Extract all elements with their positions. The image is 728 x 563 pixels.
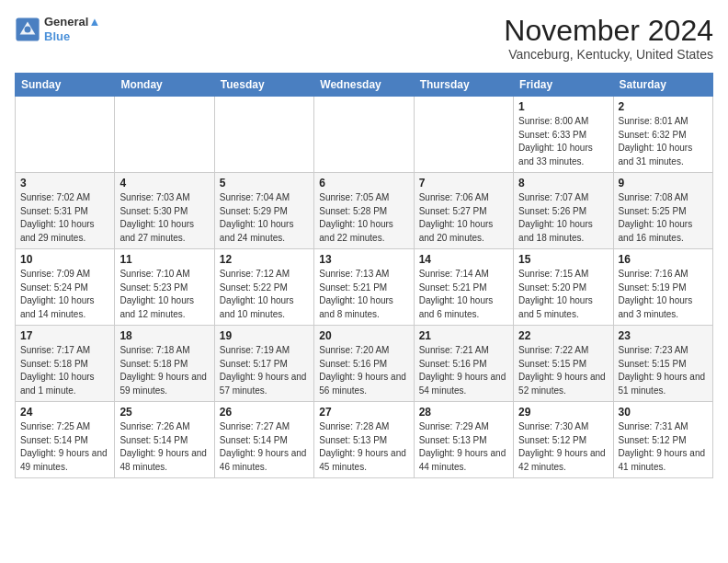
day-number: 1 (518, 100, 608, 113)
day-info: Sunrise: 7:29 AM Sunset: 5:13 PM Dayligh… (419, 420, 508, 474)
calendar-cell: 11Sunrise: 7:10 AM Sunset: 5:23 PM Dayli… (115, 249, 214, 326)
calendar-cell: 15Sunrise: 7:15 AM Sunset: 5:20 PM Dayli… (514, 249, 613, 326)
calendar-cell: 25Sunrise: 7:26 AM Sunset: 5:14 PM Dayli… (115, 402, 214, 478)
day-of-week-header: Thursday (414, 74, 513, 97)
calendar-cell: 6Sunrise: 7:05 AM Sunset: 5:28 PM Daylig… (314, 173, 414, 249)
title-block: November 2024 Vanceburg, Kentucky, Unite… (504, 15, 713, 62)
day-info: Sunrise: 7:21 AM Sunset: 5:16 PM Dayligh… (419, 344, 508, 397)
calendar-cell: 16Sunrise: 7:16 AM Sunset: 5:19 PM Dayli… (613, 249, 712, 326)
calendar-cell: 27Sunrise: 7:28 AM Sunset: 5:13 PM Dayli… (314, 402, 414, 478)
day-info: Sunrise: 7:05 AM Sunset: 5:28 PM Dayligh… (319, 191, 408, 245)
calendar-cell: 10Sunrise: 7:09 AM Sunset: 5:24 PM Dayli… (16, 249, 115, 326)
calendar-cell: 12Sunrise: 7:12 AM Sunset: 5:22 PM Dayli… (214, 249, 313, 326)
day-info: Sunrise: 7:03 AM Sunset: 5:30 PM Dayligh… (119, 191, 209, 245)
day-info: Sunrise: 7:17 AM Sunset: 5:18 PM Dayligh… (20, 344, 109, 397)
day-of-week-header: Monday (115, 74, 214, 97)
day-number: 3 (20, 177, 109, 190)
day-info: Sunrise: 7:02 AM Sunset: 5:31 PM Dayligh… (20, 191, 109, 245)
day-number: 10 (20, 253, 109, 266)
day-of-week-header: Tuesday (214, 74, 313, 97)
calendar-cell: 29Sunrise: 7:30 AM Sunset: 5:12 PM Dayli… (514, 402, 613, 478)
calendar-cell (414, 97, 513, 173)
day-number: 12 (220, 253, 309, 266)
calendar-cell: 26Sunrise: 7:27 AM Sunset: 5:14 PM Dayli… (214, 402, 313, 478)
day-info: Sunrise: 7:23 AM Sunset: 5:15 PM Dayligh… (619, 344, 708, 397)
day-number: 28 (419, 406, 508, 419)
calendar-cell: 3Sunrise: 7:02 AM Sunset: 5:31 PM Daylig… (16, 173, 115, 249)
calendar-cell (16, 97, 115, 173)
day-number: 19 (220, 329, 309, 342)
month-title: November 2024 (504, 15, 713, 47)
day-number: 7 (419, 177, 508, 190)
day-info: Sunrise: 7:04 AM Sunset: 5:29 PM Dayligh… (220, 191, 309, 245)
page-header: General▲ Blue November 2024 Vanceburg, K… (15, 15, 713, 62)
day-number: 24 (20, 406, 109, 419)
day-info: Sunrise: 7:30 AM Sunset: 5:12 PM Dayligh… (518, 420, 608, 474)
calendar-cell: 24Sunrise: 7:25 AM Sunset: 5:14 PM Dayli… (16, 402, 115, 478)
calendar-week-row: 1Sunrise: 8:00 AM Sunset: 6:33 PM Daylig… (16, 97, 713, 173)
day-info: Sunrise: 7:27 AM Sunset: 5:14 PM Dayligh… (220, 420, 309, 474)
day-info: Sunrise: 7:26 AM Sunset: 5:14 PM Dayligh… (119, 420, 209, 474)
calendar-week-row: 10Sunrise: 7:09 AM Sunset: 5:24 PM Dayli… (16, 249, 713, 326)
day-info: Sunrise: 7:06 AM Sunset: 5:27 PM Dayligh… (419, 191, 508, 245)
day-number: 8 (518, 177, 608, 190)
day-info: Sunrise: 8:00 AM Sunset: 6:33 PM Dayligh… (518, 115, 608, 168)
calendar-header-row: SundayMondayTuesdayWednesdayThursdayFrid… (16, 74, 713, 97)
calendar-cell: 22Sunrise: 7:22 AM Sunset: 5:15 PM Dayli… (514, 326, 613, 402)
day-of-week-header: Sunday (16, 74, 115, 97)
day-info: Sunrise: 7:07 AM Sunset: 5:26 PM Dayligh… (518, 191, 608, 245)
calendar-cell: 8Sunrise: 7:07 AM Sunset: 5:26 PM Daylig… (514, 173, 613, 249)
day-info: Sunrise: 7:10 AM Sunset: 5:23 PM Dayligh… (119, 268, 209, 321)
logo-icon (15, 17, 40, 42)
day-number: 5 (220, 177, 309, 190)
day-info: Sunrise: 7:13 AM Sunset: 5:21 PM Dayligh… (319, 268, 408, 321)
day-info: Sunrise: 7:25 AM Sunset: 5:14 PM Dayligh… (20, 420, 109, 474)
day-info: Sunrise: 7:15 AM Sunset: 5:20 PM Dayligh… (518, 268, 608, 321)
calendar-table: SundayMondayTuesdayWednesdayThursdayFrid… (15, 73, 713, 478)
calendar-cell: 21Sunrise: 7:21 AM Sunset: 5:16 PM Dayli… (414, 326, 513, 402)
day-info: Sunrise: 7:14 AM Sunset: 5:21 PM Dayligh… (419, 268, 508, 321)
day-number: 23 (619, 329, 708, 342)
day-number: 22 (518, 329, 608, 342)
day-number: 20 (319, 329, 408, 342)
day-number: 14 (419, 253, 508, 266)
day-number: 15 (518, 253, 608, 266)
day-of-week-header: Wednesday (314, 74, 414, 97)
day-info: Sunrise: 7:09 AM Sunset: 5:24 PM Dayligh… (20, 268, 109, 321)
svg-point-2 (25, 26, 31, 32)
calendar-cell (314, 97, 414, 173)
day-number: 26 (220, 406, 309, 419)
location: Vanceburg, Kentucky, United States (504, 47, 713, 62)
calendar-cell: 19Sunrise: 7:19 AM Sunset: 5:17 PM Dayli… (214, 326, 313, 402)
calendar-cell: 5Sunrise: 7:04 AM Sunset: 5:29 PM Daylig… (214, 173, 313, 249)
calendar-cell: 14Sunrise: 7:14 AM Sunset: 5:21 PM Dayli… (414, 249, 513, 326)
calendar-cell: 13Sunrise: 7:13 AM Sunset: 5:21 PM Dayli… (314, 249, 414, 326)
day-number: 11 (119, 253, 209, 266)
day-number: 9 (619, 177, 708, 190)
calendar-cell: 4Sunrise: 7:03 AM Sunset: 5:30 PM Daylig… (115, 173, 214, 249)
calendar-week-row: 3Sunrise: 7:02 AM Sunset: 5:31 PM Daylig… (16, 173, 713, 249)
calendar-cell: 30Sunrise: 7:31 AM Sunset: 5:12 PM Dayli… (613, 402, 712, 478)
calendar-cell: 23Sunrise: 7:23 AM Sunset: 5:15 PM Dayli… (613, 326, 712, 402)
day-info: Sunrise: 7:18 AM Sunset: 5:18 PM Dayligh… (119, 344, 209, 397)
day-number: 21 (419, 329, 508, 342)
calendar-cell: 7Sunrise: 7:06 AM Sunset: 5:27 PM Daylig… (414, 173, 513, 249)
calendar-cell (115, 97, 214, 173)
day-of-week-header: Saturday (613, 74, 712, 97)
day-info: Sunrise: 7:08 AM Sunset: 5:25 PM Dayligh… (619, 191, 708, 245)
calendar-week-row: 17Sunrise: 7:17 AM Sunset: 5:18 PM Dayli… (16, 326, 713, 402)
day-number: 27 (319, 406, 408, 419)
calendar-cell: 28Sunrise: 7:29 AM Sunset: 5:13 PM Dayli… (414, 402, 513, 478)
day-number: 13 (319, 253, 408, 266)
day-number: 6 (319, 177, 408, 190)
day-info: Sunrise: 7:31 AM Sunset: 5:12 PM Dayligh… (619, 420, 708, 474)
logo-text: General▲ Blue (44, 15, 100, 43)
calendar-cell: 18Sunrise: 7:18 AM Sunset: 5:18 PM Dayli… (115, 326, 214, 402)
calendar-week-row: 24Sunrise: 7:25 AM Sunset: 5:14 PM Dayli… (16, 402, 713, 478)
calendar-cell (214, 97, 313, 173)
day-number: 2 (619, 100, 708, 113)
day-number: 16 (619, 253, 708, 266)
calendar-cell: 1Sunrise: 8:00 AM Sunset: 6:33 PM Daylig… (514, 97, 613, 173)
calendar-cell: 9Sunrise: 7:08 AM Sunset: 5:25 PM Daylig… (613, 173, 712, 249)
day-number: 4 (119, 177, 209, 190)
